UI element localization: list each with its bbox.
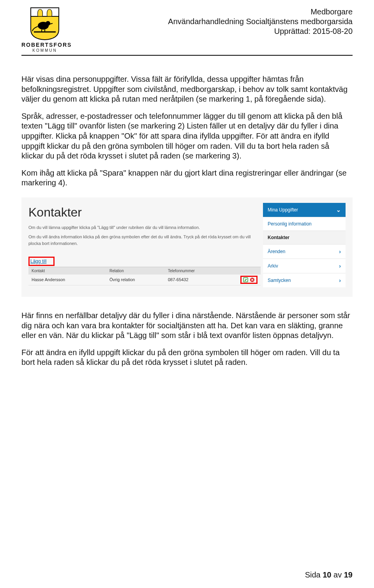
screenshot-desc-2: Om du vill ändra information klicka på d…	[28, 234, 261, 247]
svg-point-2	[46, 21, 50, 26]
footer-total: 19	[344, 570, 353, 579]
paragraph-2: Språk, adresser, e-postadresser och tele…	[21, 111, 353, 161]
municipal-crest-icon	[30, 7, 60, 40]
cell-name: Hasse Andersson	[32, 277, 109, 282]
col-contact: Kontakt	[32, 269, 109, 273]
sidebar-item-arenden[interactable]: Ärenden ›	[263, 245, 346, 259]
footer-page: 10	[323, 570, 331, 579]
cell-relation: Övrig relation	[109, 277, 168, 282]
header-meta: Medborgare Användarhandledning Socialtjä…	[168, 7, 353, 36]
chevron-down-icon: ⌄	[336, 207, 341, 213]
table-row: Hasse Andersson Övrig relation 087-65432	[28, 275, 261, 285]
chevron-right-icon: ›	[339, 248, 341, 255]
header-divider	[21, 55, 353, 56]
screenshot-sidebar: Mina Uppgifter ⌄ Personlig information K…	[263, 203, 346, 287]
footer-of: av	[332, 570, 344, 579]
body-copy-top: Här visas dina personuppgifter. Vissa fä…	[21, 74, 353, 188]
paragraph-1: Här visas dina personuppgifter. Vissa fä…	[21, 74, 353, 104]
header-line-1: Medborgare	[168, 7, 353, 17]
edit-icon[interactable]	[243, 277, 248, 282]
page-header: ROBERTSFORS KOMMUN Medborgare Användarha…	[21, 7, 353, 53]
sidebar-item-kontakter[interactable]: Kontakter	[263, 231, 346, 245]
cell-phone: 087-65432	[168, 277, 230, 282]
delete-icon[interactable]	[250, 277, 255, 282]
sidebar-item-arkiv[interactable]: Arkiv ›	[263, 259, 346, 273]
sidebar-item-label: Arkiv	[268, 263, 278, 269]
contacts-table: Kontakt Relation Telefonnummer Hasse And…	[28, 267, 261, 285]
paragraph-4: Här finns en nerfällbar detaljvy där du …	[21, 311, 353, 341]
chevron-right-icon: ›	[339, 263, 341, 269]
sidebar-item-personlig-information[interactable]: Personlig information	[263, 217, 346, 231]
sidebar-item-label: Kontakter	[268, 235, 289, 240]
footer-label: Sida	[305, 570, 323, 579]
paragraph-3: Kom ihåg att klicka på "Spara" knappen n…	[21, 168, 353, 188]
sidebar-item-label: Personlig information	[268, 221, 312, 227]
org-logo-block: ROBERTSFORS KOMMUN	[21, 7, 68, 53]
screenshot-title: Kontakter	[28, 205, 261, 220]
screenshot-main: Kontakter Om du vill lämna uppgifter kli…	[28, 203, 261, 287]
org-name: ROBERTSFORS	[21, 42, 68, 48]
paragraph-5: För att ändra en ifylld uppgift klickar …	[21, 348, 353, 368]
sidebar-item-label: Mina Uppgifter	[268, 207, 298, 213]
chevron-right-icon: ›	[339, 277, 341, 283]
screenshot-desc-1: Om du vill lämna uppgifter klicka på "Lä…	[28, 224, 261, 231]
header-line-2: Användarhandledning Socialtjänstens medb…	[168, 17, 353, 26]
sidebar-item-samtycken[interactable]: Samtycken ›	[263, 273, 346, 287]
sidebar-item-mina-uppgifter[interactable]: Mina Uppgifter ⌄	[263, 203, 346, 217]
col-relation: Relation	[109, 269, 168, 273]
row-actions-highlight	[240, 276, 258, 284]
table-header-row: Kontakt Relation Telefonnummer	[28, 267, 261, 275]
header-line-3: Upprättad: 2015-08-20	[168, 26, 353, 36]
add-link-highlight: Lägg till	[28, 257, 55, 266]
body-copy-bottom: Här finns en nerfällbar detaljvy där du …	[21, 311, 353, 368]
page-footer: Sida 10 av 19	[305, 570, 353, 579]
embedded-screenshot: Kontakter Om du vill lämna uppgifter kli…	[21, 197, 353, 297]
add-link[interactable]: Lägg till	[30, 259, 46, 264]
sidebar-item-label: Samtycken	[268, 278, 291, 283]
col-phone: Telefonnummer	[168, 269, 230, 273]
sidebar-item-label: Ärenden	[268, 249, 285, 254]
org-subtitle: KOMMUN	[21, 48, 68, 53]
